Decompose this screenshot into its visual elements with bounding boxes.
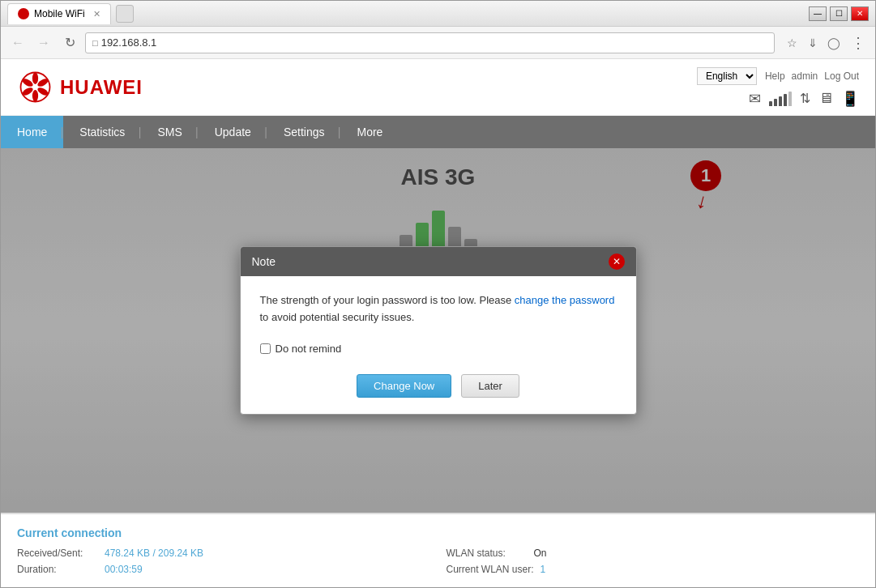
nav-update-label: Update	[215, 126, 251, 138]
signal-bar-1	[769, 101, 772, 106]
note-modal: Note ✕ The strength of your login passwo…	[240, 246, 637, 415]
phone-icon[interactable]: 📱	[841, 90, 859, 108]
connection-info: Current connection Received/Sent: 478.24…	[1, 513, 875, 587]
url-text: 192.168.8.1	[101, 36, 767, 49]
url-lock-icon: □	[92, 38, 98, 48]
signal-bar-5	[788, 92, 792, 106]
signal-bars-icon	[769, 92, 792, 106]
browser-tab[interactable]: Mobile WiFi ✕	[7, 3, 111, 24]
modal-buttons: Change Now Later	[260, 374, 617, 398]
forward-button[interactable]: →	[33, 32, 54, 53]
browser-window: Mobile WiFi ✕ — ☐ ✕ ← → ↻ □ 192.168.8.1 …	[0, 0, 876, 588]
modal-body: The strength of your login password is t…	[241, 276, 636, 414]
do-not-remind-checkbox[interactable]	[260, 343, 271, 354]
refresh-button[interactable]: ↻	[59, 32, 80, 53]
huawei-logo: HUAWEI	[17, 69, 143, 105]
nav-statistics-label: Statistics	[79, 126, 125, 138]
window-controls: — ☐ ✕	[809, 6, 869, 21]
wlan-status-value: On	[534, 548, 547, 559]
minimize-button[interactable]: —	[809, 6, 827, 21]
wlan-user-row: Current WLAN user: 1	[447, 564, 860, 575]
lang-row: English Help admin Log Out	[697, 67, 859, 85]
nav-sms-label: SMS	[157, 126, 182, 138]
modal-overlay: Note ✕ The strength of your login passwo…	[1, 148, 875, 513]
nav-more-label: More	[357, 126, 382, 138]
signal-bar-3	[779, 96, 782, 106]
wlan-status-row: WLAN status: On	[447, 548, 860, 559]
close-button[interactable]: ✕	[851, 6, 869, 21]
title-bar: Mobile WiFi ✕ — ☐ ✕	[1, 1, 875, 27]
signal-bar-4	[784, 94, 787, 106]
wlan-user-label: Current WLAN user:	[447, 564, 534, 575]
wlan-status-label: WLAN status:	[447, 548, 528, 559]
nav-item-sms[interactable]: SMS	[141, 116, 198, 148]
huawei-logo-icon	[17, 69, 53, 105]
bookmark-icon[interactable]: ☆	[783, 34, 801, 52]
change-now-button[interactable]: Change Now	[357, 374, 451, 398]
extensions-icon[interactable]: ◯	[825, 34, 843, 52]
svg-point-1	[32, 73, 38, 84]
duration-label: Duration:	[17, 564, 98, 575]
modal-message-suffix: to avoid potential security issues.	[260, 311, 415, 323]
monitor-icon[interactable]: 🖥	[818, 90, 833, 107]
router-nav: Home Statistics SMS Update Settings More	[1, 116, 875, 148]
help-links: Help admin Log Out	[765, 70, 859, 82]
router-ui: HUAWEI English Help admin Log Out	[1, 59, 875, 587]
modal-header: Note ✕	[241, 247, 636, 276]
title-bar-left: Mobile WiFi ✕	[7, 3, 134, 24]
address-bar: ← → ↻ □ 192.168.8.1 ☆ ⇓ ◯ ⋮	[1, 27, 875, 59]
connection-title: Current connection	[17, 526, 859, 539]
browser-menu-button[interactable]: ⋮	[848, 32, 869, 53]
admin-link[interactable]: admin	[792, 70, 818, 82]
connection-grid: Received/Sent: 478.24 KB / 209.24 KB WLA…	[17, 548, 859, 575]
modal-message: The strength of your login password is t…	[260, 292, 617, 326]
url-actions: ☆ ⇓ ◯	[783, 34, 843, 52]
modal-close-button[interactable]: ✕	[609, 254, 625, 270]
page-content: HUAWEI English Help admin Log Out	[1, 59, 875, 587]
nav-item-statistics[interactable]: Statistics	[63, 116, 141, 148]
header-right: English Help admin Log Out ✉	[697, 67, 859, 108]
language-select[interactable]: English	[697, 67, 757, 85]
maximize-button[interactable]: ☐	[830, 6, 848, 21]
transfer-icon[interactable]: ⇅	[800, 91, 810, 106]
do-not-remind-label: Do not remind	[276, 343, 342, 355]
svg-point-4	[32, 90, 38, 101]
header-icons: ✉ ⇅ 🖥 📱	[749, 90, 859, 108]
tab-close-button[interactable]: ✕	[93, 9, 100, 19]
tab-title: Mobile WiFi	[34, 8, 85, 19]
nav-item-more[interactable]: More	[340, 116, 399, 148]
help-link[interactable]: Help	[765, 70, 785, 82]
signal-bar-2	[774, 99, 777, 106]
new-tab-button[interactable]	[116, 5, 134, 23]
logo-text: HUAWEI	[60, 76, 143, 99]
nav-item-home[interactable]: Home	[1, 116, 63, 148]
received-sent-value: 478.24 KB / 209.24 KB	[105, 548, 203, 559]
nav-item-update[interactable]: Update	[199, 116, 267, 148]
router-main: AIS 3G 1 ↓	[1, 148, 875, 513]
url-bar[interactable]: □ 192.168.8.1	[85, 32, 775, 53]
email-icon[interactable]: ✉	[749, 90, 761, 108]
router-header: HUAWEI English Help admin Log Out	[1, 59, 875, 116]
modal-message-link[interactable]: change the password	[515, 294, 615, 306]
received-sent-row: Received/Sent: 478.24 KB / 209.24 KB	[17, 548, 430, 559]
duration-row: Duration: 00:03:59	[17, 564, 430, 575]
later-button[interactable]: Later	[461, 374, 519, 398]
nav-settings-label: Settings	[284, 126, 325, 138]
tab-favicon	[18, 8, 29, 19]
nav-home-label: Home	[17, 126, 47, 138]
duration-value: 00:03:59	[105, 564, 143, 575]
received-sent-label: Received/Sent:	[17, 548, 98, 559]
modal-message-text: The strength of your login password is t…	[260, 294, 515, 306]
nav-item-settings[interactable]: Settings	[267, 116, 341, 148]
modal-title: Note	[252, 255, 276, 268]
download-icon[interactable]: ⇓	[804, 34, 822, 52]
modal-checkbox-row: Do not remind	[260, 343, 617, 355]
back-button[interactable]: ←	[7, 32, 28, 53]
wlan-user-value: 1	[541, 564, 546, 575]
logout-link[interactable]: Log Out	[824, 70, 859, 82]
